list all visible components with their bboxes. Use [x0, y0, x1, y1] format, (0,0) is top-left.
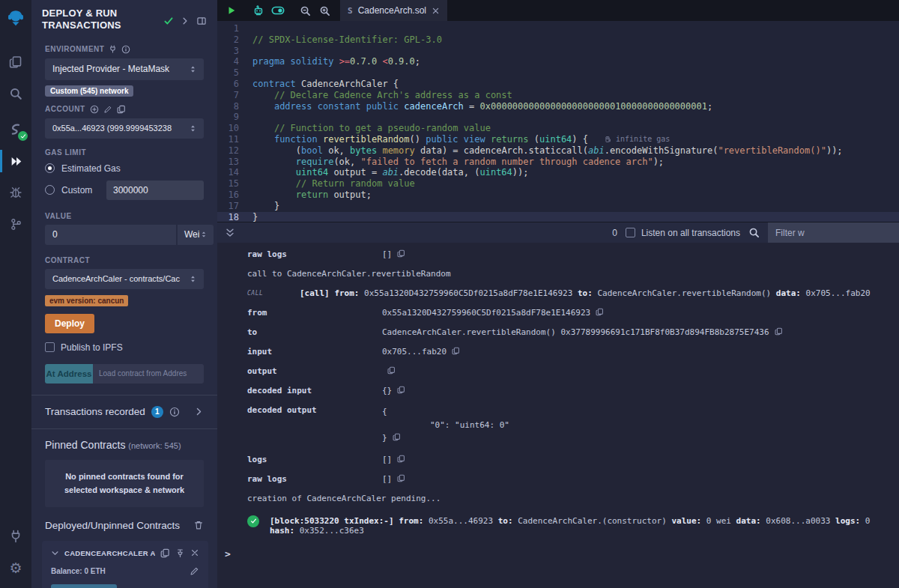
copy-icon[interactable]	[397, 455, 405, 463]
contract-select[interactable]: CadenceArchCaler - contracts/Cac	[45, 269, 204, 289]
terminal-filter-input[interactable]	[768, 222, 899, 243]
close-icon[interactable]	[190, 548, 199, 557]
code-line-5[interactable]: 5	[217, 67, 899, 79]
code-line-16[interactable]: 16 return output;	[217, 190, 899, 201]
double-chevron-down-icon[interactable]	[225, 228, 235, 238]
line-number: 11	[217, 134, 252, 145]
code-line-6[interactable]: 6contract CadenceArchCaler {	[217, 79, 899, 90]
log-key: [block:5033220 txIndex:-]	[270, 516, 394, 526]
code-line-13[interactable]: 13 require(ok, "failed to fetch a random…	[217, 157, 899, 168]
code-line-14[interactable]: 14 uint64 output = abi.decode(data, (uin…	[217, 167, 899, 178]
edit-icon[interactable]	[190, 566, 199, 576]
settings-gear-icon[interactable]: ⚙	[0, 552, 31, 584]
code-line-2[interactable]: 2// SPDX-License-Identifier: GPL-3.0	[217, 34, 899, 46]
log-text: call to CadenceArchCaler.revertibleRando…	[247, 269, 451, 279]
at-address-input[interactable]	[93, 364, 204, 384]
copy-icon[interactable]	[596, 308, 604, 316]
terminal-body[interactable]: raw logs[]call to CadenceArchCaler.rever…	[217, 243, 899, 588]
deploy-run-panel: DEPLOY & RUN TRANSACTIONS ENVIRONMENT In…	[31, 0, 217, 588]
log-value: 0x55a...46923	[423, 516, 497, 526]
custom-gas-input[interactable]	[106, 181, 204, 200]
code-line-8[interactable]: 8 address constant public cadenceArch = …	[217, 101, 899, 112]
chevron-right-icon[interactable]	[194, 407, 204, 416]
debugger-icon[interactable]	[0, 177, 31, 208]
code-line-1[interactable]: 1	[217, 23, 899, 34]
code-text: // Function to get a pseudo-random value	[252, 123, 491, 134]
environment-select[interactable]: Injected Provider - MetaMask	[45, 58, 204, 80]
split-view-icon[interactable]	[196, 16, 207, 26]
terminal-row-kv: raw logs[]	[247, 474, 899, 484]
copy-icon[interactable]	[160, 548, 170, 558]
contract-label: CONTRACT	[45, 256, 204, 264]
code-line-12[interactable]: 12 (bool ok, bytes memory data) = cadenc…	[217, 145, 899, 157]
deploy-run-icon[interactable]	[0, 145, 31, 177]
pinned-network-subtitle: (network: 545)	[128, 441, 181, 450]
edit-icon[interactable]	[103, 105, 112, 114]
code-line-7[interactable]: 7 // Declare Cadence Arch's address as a…	[217, 90, 899, 101]
search-icon[interactable]	[748, 227, 760, 238]
main-area: S CadenceArch.sol 12// SPDX-License-Iden…	[217, 0, 899, 588]
copy-icon[interactable]	[387, 366, 396, 375]
remix-logo[interactable]	[0, 0, 31, 36]
zoom-out-icon[interactable]	[295, 0, 315, 21]
copy-icon[interactable]	[117, 105, 126, 114]
call-summary[interactable]: [call] from: 0x55a1320D432759960C5Df0215…	[300, 288, 871, 298]
trash-icon[interactable]	[193, 520, 204, 530]
code-line-4[interactable]: 4pragma solidity >=0.7.0 <0.9.0;	[217, 56, 899, 67]
code-area[interactable]: 12// SPDX-License-Identifier: GPL-3.034p…	[217, 21, 899, 222]
transactions-recorded-row[interactable]: Transactions recorded 1	[31, 395, 217, 428]
icon-rail: ⚙	[0, 0, 31, 588]
search-icon[interactable]	[0, 78, 31, 109]
code-text: return output;	[252, 190, 372, 201]
editor: S CadenceArch.sol 12// SPDX-License-Iden…	[217, 0, 899, 222]
code-line-17[interactable]: 17 }	[217, 201, 899, 212]
solidity-compiler-icon[interactable]	[0, 114, 31, 145]
info-icon[interactable]	[121, 45, 130, 54]
copy-icon[interactable]	[452, 347, 460, 355]
log-label: decoded input	[247, 386, 382, 395]
close-icon[interactable]	[432, 7, 440, 15]
account-select[interactable]: 0x55a...46923 (999.9999453238	[45, 118, 204, 139]
copy-icon[interactable]	[397, 474, 405, 482]
code-line-10[interactable]: 10 // Function to get a pseudo-random va…	[217, 123, 899, 134]
chevron-right-icon[interactable]	[181, 16, 190, 25]
code-line-3[interactable]: 3	[217, 46, 899, 57]
chevron-down-icon[interactable]	[51, 549, 59, 557]
ai-assistant-robot-icon[interactable]	[249, 0, 268, 21]
at-address-button[interactable]: At Address	[45, 364, 93, 384]
block-summary[interactable]: [block:5033220 txIndex:-] from: 0x55a...…	[270, 516, 899, 536]
toggle-switch-icon[interactable]	[268, 0, 288, 21]
code-text: (bool ok, bytes memory data) = cadenceAr…	[252, 145, 843, 157]
value-unit-select[interactable]: Wei	[178, 225, 214, 245]
code-text: // SPDX-License-Identifier: GPL-3.0	[252, 34, 442, 46]
code-line-9[interactable]: 9	[217, 112, 899, 123]
pin-icon[interactable]	[175, 548, 185, 558]
copy-icon[interactable]	[775, 327, 783, 336]
solidity-icon: S	[348, 6, 353, 16]
line-number: 14	[217, 167, 252, 178]
deploy-button[interactable]: Deploy	[45, 314, 94, 333]
copy-icon[interactable]	[397, 386, 405, 394]
run-script-icon[interactable]	[222, 0, 241, 21]
zoom-in-icon[interactable]	[315, 0, 334, 21]
code-line-11[interactable]: 11 function revertibleRandom() public vi…	[217, 134, 899, 145]
tab-cadencearch-sol[interactable]: S CadenceArch.sol	[340, 0, 447, 21]
copy-icon[interactable]	[393, 433, 401, 441]
file-explorer-icon[interactable]	[0, 46, 31, 78]
code-line-18[interactable]: 18}	[217, 212, 899, 222]
code-line-15[interactable]: 15 // Return random value	[217, 178, 899, 190]
estimated-gas-radio[interactable]	[45, 163, 55, 173]
panel-title: DEPLOY & RUN TRANSACTIONS	[42, 7, 163, 32]
plugin-plug-icon[interactable]	[0, 521, 31, 552]
plus-circle-icon[interactable]	[90, 105, 99, 114]
value-input[interactable]	[45, 225, 176, 245]
copy-icon[interactable]	[397, 249, 405, 258]
info-icon[interactable]	[169, 407, 180, 417]
publish-ipfs-checkbox[interactable]	[45, 342, 55, 352]
custom-gas-radio[interactable]	[45, 185, 55, 195]
terminal-prompt[interactable]: >	[225, 548, 231, 560]
log-label: raw logs	[247, 474, 382, 484]
function-button-cadenceArch[interactable]: cadenceArch	[51, 584, 117, 588]
git-branch-icon[interactable]	[0, 208, 31, 240]
listen-all-checkbox[interactable]	[626, 228, 635, 237]
